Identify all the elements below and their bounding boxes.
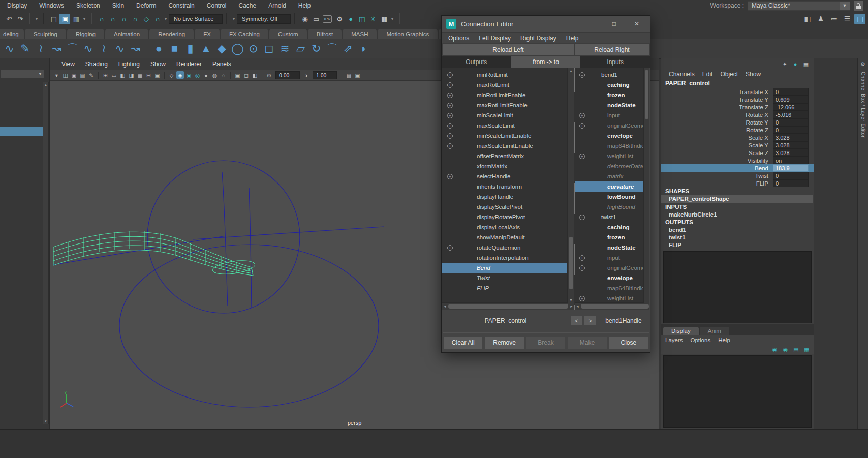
snap-curve-icon[interactable]: ∩ — [107, 14, 118, 24]
menu-show[interactable]: Show — [746, 71, 761, 78]
attribute-row-lowbound[interactable]: lowBound — [575, 192, 644, 202]
new-layer-from-selected-icon[interactable]: ▦ — [802, 346, 810, 353]
outliner-selected-item[interactable] — [0, 127, 44, 136]
birail-icon[interactable]: ⌒ — [324, 41, 340, 56]
menu-options[interactable]: Options — [448, 35, 469, 42]
node-item-twist1[interactable]: twist1 — [661, 233, 814, 241]
nurbs-torus-icon[interactable]: ◯ — [230, 41, 245, 56]
pencil-curve-tool-icon[interactable]: ✎ — [17, 41, 33, 56]
snap-view-plane-icon[interactable]: ◇ — [140, 14, 151, 24]
channel-box-toggle-icon[interactable]: ▤ — [854, 14, 865, 24]
tab-anim[interactable]: Anim — [700, 327, 729, 335]
attribute-row-originalgeometry[interactable]: +originalGeometry — [575, 263, 644, 273]
attribute-row-envelope[interactable]: envelope — [575, 131, 644, 141]
expand-plus-icon[interactable]: + — [447, 123, 453, 129]
channel-value-field[interactable]: 0 — [773, 126, 809, 134]
menu-view[interactable]: View — [61, 60, 75, 68]
scroll-right-icon[interactable]: ► — [569, 304, 574, 308]
menu-constrain[interactable]: Constrain — [168, 2, 194, 9]
channel-row-twist[interactable]: Twist0 — [661, 172, 814, 179]
tab-inputs[interactable]: Inputs — [580, 56, 650, 68]
cut-curve-tool-icon[interactable]: ∿ — [112, 41, 128, 56]
time-slider-area[interactable] — [0, 429, 868, 458]
viewport-lock-camera-icon[interactable]: ◫ — [61, 71, 69, 79]
viewport-grid-icon[interactable]: ⊞ — [102, 71, 109, 79]
hypershade-icon[interactable]: ● — [345, 14, 356, 24]
attribute-row-highbound[interactable]: highBound — [575, 202, 644, 212]
nurbs-plane-icon[interactable]: ◆ — [214, 41, 230, 56]
expand-plus-icon[interactable]: + — [447, 174, 453, 179]
attribute-row-displaylocalaxis[interactable]: displayLocalAxis — [442, 222, 568, 232]
expand-plus-icon[interactable]: + — [447, 143, 453, 149]
menu-panels[interactable]: Panels — [212, 60, 231, 68]
attribute-row-weightlist[interactable]: +weightList — [575, 151, 644, 161]
snap-point-icon[interactable]: ∩ — [118, 14, 129, 24]
workspace-selector[interactable]: Maya Classic* ▼ — [748, 1, 850, 11]
viewport-joints-icon[interactable]: ◧ — [251, 71, 259, 79]
menu-help[interactable]: Help — [566, 35, 579, 42]
shelf-tab-custom[interactable]: Custom — [269, 29, 307, 39]
shelf-tab-rigging[interactable]: Rigging — [67, 29, 104, 39]
select-hierarchy-icon[interactable]: ▤ — [48, 14, 59, 24]
attribute-row-minscalelimitenable[interactable]: +minScaleLimitEnable — [442, 131, 568, 141]
menu-show[interactable]: Show — [150, 60, 166, 68]
attribute-row-maxscalelimitenable[interactable]: +maxScaleLimitEnable — [442, 141, 568, 151]
expand-plus-icon[interactable]: + — [579, 123, 585, 129]
viewport-shaded-icon[interactable]: ◈ — [176, 71, 184, 79]
render-caret-icon[interactable]: ▾ — [391, 17, 393, 21]
maximize-icon[interactable]: □ — [612, 20, 616, 27]
viewport-lights-icon[interactable]: ◎ — [194, 71, 201, 79]
node-bar-paper-controlshape[interactable]: PAPER_controlShape — [661, 195, 813, 203]
scrollbar-thumb[interactable] — [448, 304, 568, 309]
channel-value-field[interactable]: 3.028 — [773, 141, 809, 149]
channelbox-manip-icon[interactable]: ✦ — [781, 60, 788, 68]
shelf-tab-motion-graphics[interactable]: Motion Graphics — [378, 29, 438, 39]
modeling-toolkit-icon[interactable]: ◧ — [801, 14, 813, 24]
viewport-ao-icon[interactable]: ◍ — [211, 71, 219, 79]
channel-row-translate-z[interactable]: Translate Z-12.066 — [661, 103, 814, 111]
channel-value-field[interactable]: on — [773, 157, 809, 164]
channel-row-translate-x[interactable]: Translate X0 — [661, 88, 814, 96]
attribute-row-twist1[interactable]: −twist1 — [575, 212, 644, 222]
edit-curve-tool-icon[interactable]: ∿ — [80, 41, 96, 56]
viewport-exposure-icon[interactable]: ⊙ — [265, 71, 273, 79]
collapse-minus-icon[interactable]: − — [579, 215, 585, 220]
attribute-row-input[interactable]: +input — [575, 110, 644, 120]
attribute-row-displayscalepivot[interactable]: displayScalePivot — [442, 202, 568, 212]
channel-value-field[interactable]: 0.609 — [773, 96, 809, 103]
viewport-gamma-icon[interactable]: ◑ — [302, 71, 310, 79]
attribute-row-matrix[interactable]: matrix — [575, 171, 644, 181]
channel-row-rotate-x[interactable]: Rotate X-5.016 — [661, 111, 814, 118]
attribute-row-xformmatrix[interactable]: xformMatrix — [442, 161, 568, 171]
attribute-row-maxrotlimit[interactable]: +maxRotLimit — [442, 80, 568, 90]
menu-left-display[interactable]: Left Display — [479, 35, 511, 42]
history-caret-icon[interactable]: ▾ — [36, 17, 38, 21]
connection-editor-titlebar[interactable]: M Connection Editor – □ ✕ — [442, 16, 650, 33]
loft-icon[interactable]: ≋ — [277, 41, 293, 56]
node-item-makenurbcircle1[interactable]: makeNurbCircle1 — [661, 210, 814, 218]
attribute-row-displayrotatepivot[interactable]: displayRotatePivot — [442, 212, 568, 222]
minimize-icon[interactable]: – — [591, 20, 594, 27]
cv-curve-tool-icon[interactable]: ↝ — [49, 41, 65, 56]
ipr-render-icon[interactable]: IPR — [323, 15, 332, 23]
viewport-xray-icon[interactable]: ◻ — [242, 71, 250, 79]
viewport-bookmark-icon[interactable]: ▣ — [70, 71, 78, 79]
outputs-horizontal-scrollbar[interactable]: ◄ ► — [442, 302, 574, 310]
make-live-icon[interactable]: ∩ — [151, 14, 163, 24]
menu-renderer[interactable]: Renderer — [176, 60, 202, 68]
revolve-icon[interactable]: ↻ — [308, 41, 324, 56]
attribute-row-twist[interactable]: Twist — [442, 273, 568, 283]
symmetry-field[interactable]: Symmetry: Off — [237, 14, 291, 24]
attribute-row-curvature[interactable]: curvature — [575, 181, 644, 192]
redo-icon[interactable]: ↷ — [14, 14, 25, 24]
channel-value-field[interactable]: -12.066 — [773, 103, 809, 111]
inputs-vertical-scrollbar[interactable] — [643, 68, 649, 303]
expand-plus-icon[interactable]: + — [447, 133, 453, 139]
menu-channels[interactable]: Channels — [669, 71, 695, 78]
nurbs-circle-icon[interactable]: ⊙ — [245, 41, 261, 56]
tool-settings-icon[interactable]: ☰ — [841, 14, 852, 24]
snap-grid-icon[interactable]: ∩ — [96, 14, 107, 24]
viewport-isolate-icon[interactable]: ▣ — [234, 71, 241, 79]
node-item-bend1[interactable]: bend1 — [661, 226, 814, 233]
attribute-row-rotationinterpolation[interactable]: rotationInterpolation — [442, 253, 568, 263]
